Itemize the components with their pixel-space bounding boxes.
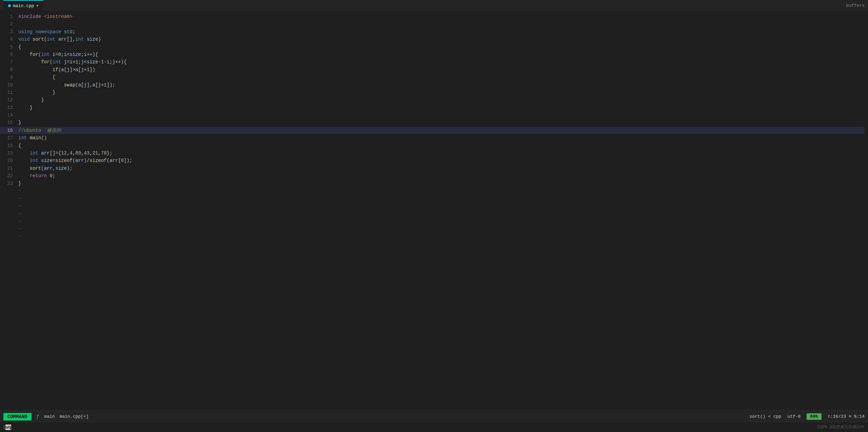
token: , [90, 149, 92, 157]
token: <iostream> [44, 13, 73, 20]
token: a [75, 66, 78, 74]
token: ( [41, 165, 44, 172]
code-line: 8 if(a[j]>a[j+1]) [3, 66, 865, 74]
tilde-char: ~ [18, 210, 21, 218]
token: ( [107, 157, 110, 164]
token: 12 [61, 149, 67, 157]
token: i [107, 58, 110, 66]
line-number: 8 [3, 66, 13, 74]
token: arr [44, 165, 53, 172]
command-line[interactable]: :wq [0, 423, 868, 432]
token: a [78, 81, 81, 89]
token: , [67, 149, 70, 157]
line-number: 9 [3, 74, 13, 81]
token: 4 [70, 149, 72, 157]
token [38, 149, 41, 157]
tilde-char: ~ [18, 225, 21, 233]
tilde-line: ~ [3, 233, 865, 240]
token: ( [58, 66, 61, 74]
line-number: 15 [3, 119, 13, 126]
token: j [64, 58, 66, 66]
status-right: sort() < cpp utf-8 69% ℓ:16/23 ≡ %:14 [750, 413, 865, 420]
encoding-label: utf-8 [787, 414, 801, 419]
active-tab[interactable]: main.cpp + [3, 0, 43, 11]
token: ; [110, 58, 112, 66]
token: arr [41, 149, 50, 157]
token: ) [98, 36, 101, 43]
code-line: 9 { [3, 74, 865, 81]
tilde-char: ~ [18, 233, 21, 240]
tilde-char: ~ [18, 203, 21, 210]
token: #include [18, 13, 41, 20]
token: } [18, 89, 55, 96]
code-line: 16//ubuntu 修改的 [0, 127, 865, 134]
line-number: 23 [3, 180, 13, 187]
token: sizeof [55, 157, 72, 164]
token: ; [61, 51, 64, 58]
token [55, 36, 58, 43]
token: 43 [84, 149, 90, 157]
code-line: 6 for(int i=0;i<size;i++){ [3, 51, 865, 58]
token: size [87, 58, 98, 66]
token: { [18, 142, 21, 149]
code-line: 15} [3, 119, 865, 126]
token: //ubuntu 修改的 [18, 127, 61, 134]
token [38, 157, 41, 164]
token: ]> [70, 66, 75, 74]
token: () [41, 134, 47, 142]
code-content[interactable]: 1#include <iostream>23using namespace st… [0, 11, 868, 243]
tab-modified-dot [8, 4, 11, 7]
tab-bar: main.cpp + buffers [0, 0, 868, 11]
token [61, 58, 64, 66]
token: return [30, 172, 47, 180]
token: for [30, 51, 38, 58]
token: ( [44, 36, 47, 43]
token [18, 51, 30, 58]
token [84, 36, 86, 43]
token: a [92, 81, 95, 89]
fn-name-label: main [44, 414, 55, 419]
token: int [41, 51, 50, 58]
line-number: 6 [3, 51, 13, 58]
token: int [47, 36, 55, 43]
token: i [70, 58, 72, 66]
line-number: 13 [3, 104, 13, 111]
line-number: 11 [3, 89, 13, 96]
tab-plus: + [36, 3, 39, 8]
token: j [67, 66, 70, 74]
buffers-label: buffers [846, 3, 865, 8]
token: sizeof [90, 157, 107, 164]
token [18, 66, 53, 74]
token: = [67, 58, 70, 66]
token: 1 [87, 66, 90, 74]
token: sort [30, 165, 41, 172]
token: } [18, 104, 33, 111]
token [47, 172, 50, 180]
position-label: ℓ:16/23 ≡ %:14 [828, 414, 865, 419]
editor-area: 1#include <iostream>23using namespace st… [0, 11, 868, 410]
code-line: 23} [3, 180, 865, 187]
code-line: 22 return 0; [3, 172, 865, 180]
token: ; [53, 172, 55, 180]
token: ( [75, 81, 78, 89]
line-number: 21 [3, 165, 13, 172]
token: 1 [75, 58, 78, 66]
token: size [70, 51, 81, 58]
token: ], [87, 81, 93, 89]
tilde-char: ~ [18, 187, 21, 195]
token: 0 [121, 157, 124, 164]
tilde-line: ~ [3, 187, 865, 195]
line-number: 5 [3, 43, 13, 51]
code-line: 17int main() [3, 134, 865, 142]
token: namespace [35, 28, 61, 36]
token: i [64, 51, 66, 58]
mode-badge: COMMAND [3, 413, 32, 420]
line-number: 16 [3, 127, 13, 134]
line-number: 10 [3, 81, 13, 89]
token: ++){ [115, 58, 127, 66]
code-line: 10 swap(a[j],a[j+1]); [3, 81, 865, 89]
token: for [41, 58, 50, 66]
token: ; [73, 28, 75, 36]
line-number: 20 [3, 157, 13, 164]
token: - [104, 58, 107, 66]
